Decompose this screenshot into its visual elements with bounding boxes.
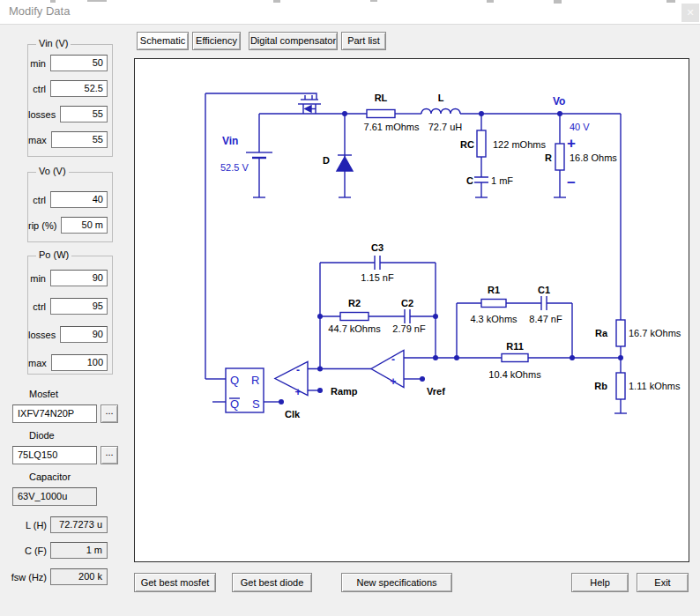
r11-value: 10.4 kOhms xyxy=(488,369,541,380)
vo-rip-label: rip (%) xyxy=(28,220,56,231)
rc-value: 122 mOhms xyxy=(493,139,546,150)
fsw-field[interactable]: 200 k xyxy=(50,568,108,585)
schematic-canvas: RL 7.61 mOhms L 72.7 uH RC 122 mOhms C 1… xyxy=(135,59,689,561)
top-edge-artifact xyxy=(273,0,280,3)
tab-efficiency[interactable]: Efficiency xyxy=(192,32,241,50)
c-field[interactable]: 1 m xyxy=(50,542,108,559)
l-field[interactable]: 72.7273 u xyxy=(50,516,108,533)
rl-name: RL xyxy=(375,93,388,103)
help-button[interactable]: Help xyxy=(571,573,629,592)
c3-name: C3 xyxy=(371,242,384,253)
vin-max-label: max xyxy=(28,135,47,145)
tab-part-list[interactable]: Part list xyxy=(341,32,386,50)
top-edge-artifact xyxy=(554,0,562,4)
vin-value: 52.5 V xyxy=(220,162,249,173)
diode-field[interactable]: 75LQ150 xyxy=(12,446,97,464)
battery-icon xyxy=(246,114,272,197)
vin-group: Vin (V) min50 ctrl52.5 losses55 max55 xyxy=(27,44,113,157)
ff-s-label: S xyxy=(252,397,260,411)
ra-value: 16.7 kOhms xyxy=(629,328,681,338)
tab-schematic[interactable]: Schematic xyxy=(137,32,189,50)
output-cap-branch xyxy=(474,114,488,197)
top-edge-artifact xyxy=(87,0,107,2)
rc-resistor-icon xyxy=(477,130,486,157)
ra-resistor-icon xyxy=(616,320,625,346)
exit-button[interactable]: Exit xyxy=(637,573,689,592)
top-edge-artifact xyxy=(666,0,675,3)
po-min-label: min xyxy=(30,273,46,284)
clk-label: Clk xyxy=(285,409,301,419)
c2-name: C2 xyxy=(401,298,413,308)
vo-group: Vo (V) ctrl40 rip (%)50 m xyxy=(27,172,113,242)
vin-ctrl-field[interactable]: 52.5 xyxy=(50,80,108,97)
r-resistor-icon xyxy=(555,144,564,170)
diode-browse-button[interactable]: ... xyxy=(101,446,118,464)
l-name: L xyxy=(438,93,444,103)
diode-icon xyxy=(337,114,353,197)
rb-resistor-icon xyxy=(616,373,625,399)
vin-max-field[interactable]: 55 xyxy=(51,131,108,148)
po-losses-field[interactable]: 90 xyxy=(60,326,108,343)
vin-ctrl-label: ctrl xyxy=(33,84,46,94)
minus-sign: − xyxy=(567,174,576,191)
po-ctrl-field[interactable]: 95 xyxy=(50,298,108,315)
r2-resistor-icon xyxy=(340,313,369,321)
rb-name: Rb xyxy=(594,381,607,391)
po-ctrl-label: ctrl xyxy=(33,301,46,312)
c2-value: 2.79 nF xyxy=(392,323,426,334)
tab-digital-compensator[interactable]: Digital compensator xyxy=(249,32,338,50)
vo-ctrl-field[interactable]: 40 xyxy=(50,191,108,208)
ff-qbar-label: Q xyxy=(230,397,239,411)
vo-value: 40 V xyxy=(570,122,590,132)
erramp-minus: - xyxy=(391,353,395,366)
close-icon[interactable]: ✕ xyxy=(681,4,699,22)
po-group: Po (W) min90 ctrl95 losses90 max100 xyxy=(27,256,113,375)
vin-min-field[interactable]: 50 xyxy=(50,55,108,71)
r11-resistor-icon xyxy=(502,354,528,362)
get-best-diode-button[interactable]: Get best diode xyxy=(232,573,312,592)
plus-sign: + xyxy=(567,135,576,152)
po-group-title: Po (W) xyxy=(36,249,71,260)
po-min-field[interactable]: 90 xyxy=(50,270,108,286)
c1-name: C1 xyxy=(538,285,550,295)
comp-minus: - xyxy=(296,364,300,376)
comparator-icon xyxy=(275,362,308,396)
r1-value: 4.3 kOhms xyxy=(470,314,518,324)
load-resistor-branch xyxy=(554,114,566,197)
c1-value: 8.47 nF xyxy=(529,314,562,324)
error-amp-icon xyxy=(371,351,404,388)
c-name: C xyxy=(466,175,473,186)
r1-resistor-icon xyxy=(481,300,506,308)
po-max-field[interactable]: 100 xyxy=(51,354,108,371)
c-label: C (F) xyxy=(0,545,47,556)
modify-data-window: Modify Data ✕ Vin (V) min50 ctrl52.5 los… xyxy=(0,0,700,616)
vin-min-label: min xyxy=(30,58,46,69)
capacitor-field[interactable]: 63V_1000u xyxy=(12,487,97,506)
mosfet-browse-button[interactable]: ... xyxy=(101,404,118,423)
top-edge-artifact xyxy=(50,0,56,3)
ff-r-label: R xyxy=(251,374,259,387)
d-name: D xyxy=(323,155,330,166)
vo-ctrl-label: ctrl xyxy=(33,195,46,205)
get-best-mosfet-button[interactable]: Get best mosfet xyxy=(134,573,216,592)
r-value: 16.8 Ohms xyxy=(570,152,617,163)
erramp-plus: + xyxy=(390,375,396,388)
rc-name: RC xyxy=(460,139,474,150)
vin-losses-field[interactable]: 55 xyxy=(60,106,108,122)
mosfet-label: Mosfet xyxy=(29,389,58,399)
mosfet-field[interactable]: IXFV74N20P xyxy=(12,404,97,423)
vin-name: Vin xyxy=(222,135,238,147)
title-bar: Modify Data ✕ xyxy=(0,0,700,25)
r2-value: 44.7 kOhms xyxy=(328,323,381,334)
vo-rip-field[interactable]: 50 m xyxy=(61,217,108,234)
window-title: Modify Data xyxy=(9,4,70,18)
ramp-label: Ramp xyxy=(331,386,358,397)
ff-q-label: Q xyxy=(230,374,239,387)
l-label: L (H) xyxy=(0,520,47,531)
rl-value: 7.61 mOhms xyxy=(364,122,420,132)
vo-group-title: Vo (V) xyxy=(36,166,69,176)
top-edge-artifact xyxy=(370,0,377,2)
ra-name: Ra xyxy=(595,328,608,338)
new-specifications-button[interactable]: New specifications xyxy=(341,573,452,592)
po-losses-label: losses xyxy=(28,330,56,340)
